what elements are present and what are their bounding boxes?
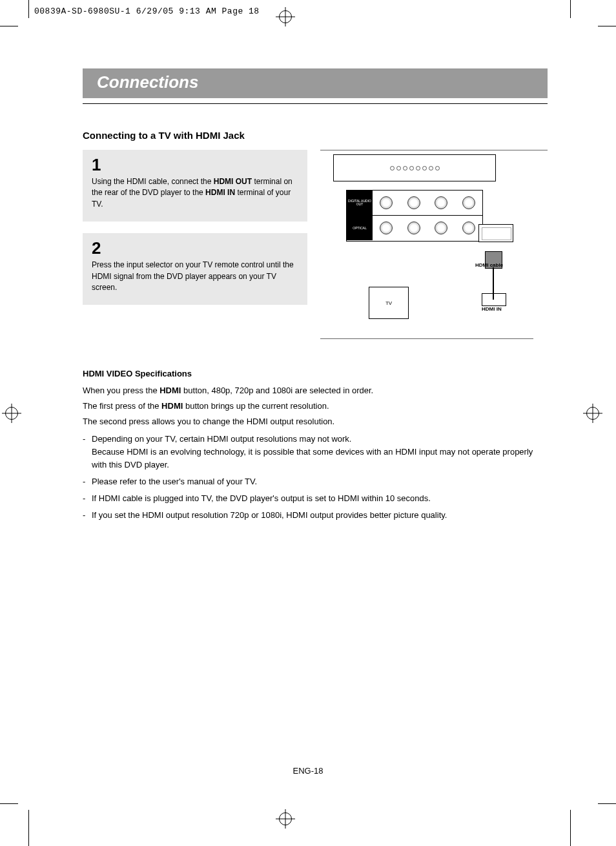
bold-text: HDMI OUT bbox=[214, 177, 252, 186]
spec-line: The second press allows you to change th… bbox=[83, 415, 548, 428]
bullet-text: Please refer to the user's manual of you… bbox=[92, 475, 548, 488]
page-number: ENG-18 bbox=[0, 766, 616, 776]
content-area: Connections Connecting to a TV with HDMI… bbox=[83, 68, 548, 522]
section-banner-wrap: Connections bbox=[83, 68, 548, 104]
crop-mark bbox=[598, 26, 616, 26]
panel-label: DIGITAL AUDIO OUT bbox=[347, 191, 373, 215]
panel-row-top: DIGITAL AUDIO OUT bbox=[347, 191, 482, 216]
step-number: 2 bbox=[92, 238, 298, 258]
connection-diagram: DIGITAL AUDIO OUT OPTICAL bbox=[320, 154, 533, 322]
rear-panel: DIGITAL AUDIO OUT OPTICAL bbox=[346, 190, 483, 242]
dot-icon bbox=[403, 166, 407, 170]
dot-icon bbox=[422, 166, 427, 170]
bullet-text: If you set the HDMI output resolution 72… bbox=[92, 509, 548, 522]
panel-ports bbox=[373, 191, 482, 215]
text: button, 480p, 720p and 1080i are selecte… bbox=[181, 386, 373, 395]
step-number: 1 bbox=[92, 155, 298, 175]
jack-icon bbox=[462, 196, 475, 209]
jack-icon bbox=[380, 222, 393, 234]
bold-text: HDMI bbox=[159, 386, 181, 395]
text: button brings up the current resolution. bbox=[183, 401, 329, 411]
spec-bullet: -If HDMI cable is plugged into TV, the D… bbox=[83, 492, 548, 505]
registration-mark-icon bbox=[279, 10, 292, 23]
tv-box: TV bbox=[369, 287, 409, 319]
dash-icon: - bbox=[83, 509, 92, 522]
spec-line: When you press the HDMI button, 480p, 72… bbox=[83, 384, 548, 397]
crop-mark bbox=[28, 810, 29, 846]
bullet-text: If HDMI cable is plugged into TV, the DV… bbox=[92, 492, 548, 505]
dot-icon bbox=[390, 166, 395, 170]
crop-mark bbox=[28, 0, 29, 18]
port-dots bbox=[390, 166, 440, 170]
steps-column: 1 Using the HDMI cable, connect the HDMI… bbox=[83, 150, 307, 348]
jack-icon bbox=[380, 196, 393, 209]
step-text: Press the input selector on your TV remo… bbox=[92, 260, 298, 293]
two-column-layout: 1 Using the HDMI cable, connect the HDMI… bbox=[83, 150, 548, 348]
bullet-text: Depending on your TV, certain HDMI outpu… bbox=[92, 433, 548, 471]
dash-icon: - bbox=[83, 492, 92, 505]
spec-line: The first press of the HDMI button bring… bbox=[83, 400, 548, 413]
spec-bullet: -Please refer to the user's manual of yo… bbox=[83, 475, 548, 488]
step-1: 1 Using the HDMI cable, connect the HDMI… bbox=[83, 150, 307, 222]
spec-section: HDMI VIDEO Specifications When you press… bbox=[83, 367, 548, 522]
jack-icon bbox=[407, 196, 420, 209]
spec-title: HDMI VIDEO Specifications bbox=[83, 367, 548, 380]
panel-row-bottom: OPTICAL bbox=[347, 216, 482, 240]
print-slug: 00839A-SD-6980SU-1 6/29/05 9:13 AM Page … bbox=[34, 6, 260, 16]
text: Using the HDMI cable, connect the bbox=[92, 177, 214, 186]
page: 00839A-SD-6980SU-1 6/29/05 9:13 AM Page … bbox=[0, 0, 616, 846]
crop-mark bbox=[0, 26, 18, 26]
crop-mark bbox=[598, 803, 616, 804]
dot-icon bbox=[409, 166, 414, 170]
step-text: Using the HDMI cable, connect the HDMI O… bbox=[92, 176, 298, 210]
hdmi-in-port bbox=[482, 293, 506, 306]
jack-icon bbox=[435, 222, 447, 234]
subheading: Connecting to a TV with HDMI Jack bbox=[83, 130, 548, 141]
text: When you press the bbox=[83, 386, 159, 395]
device-top-outline bbox=[333, 154, 496, 181]
diagram-rule bbox=[320, 338, 533, 339]
crop-mark bbox=[570, 810, 571, 846]
spec-bullet: -Depending on your TV, certain HDMI outp… bbox=[83, 433, 548, 471]
panel-label: OPTICAL bbox=[347, 216, 373, 240]
dash-icon: - bbox=[83, 475, 92, 488]
bold-text: HDMI bbox=[161, 401, 183, 411]
jack-icon bbox=[407, 222, 420, 234]
registration-mark-icon bbox=[5, 407, 18, 420]
dot-icon bbox=[435, 166, 440, 170]
bold-text: HDMI IN bbox=[205, 188, 235, 197]
diagram-column: DIGITAL AUDIO OUT OPTICAL bbox=[320, 150, 548, 348]
cable-label: HDMI cable bbox=[475, 262, 503, 268]
jack-icon bbox=[435, 196, 447, 209]
registration-mark-icon bbox=[586, 407, 599, 420]
text: The first press of the bbox=[83, 401, 161, 411]
registration-mark-icon bbox=[279, 812, 292, 825]
spec-bullet: -If you set the HDMI output resolution 7… bbox=[83, 509, 548, 522]
dot-icon bbox=[416, 166, 420, 170]
step-2: 2 Press the input selector on your TV re… bbox=[83, 233, 307, 305]
dot-icon bbox=[429, 166, 433, 170]
crop-mark bbox=[570, 0, 571, 18]
dash-icon: - bbox=[83, 433, 92, 471]
dot-icon bbox=[396, 166, 401, 170]
section-banner: Connections bbox=[83, 68, 548, 98]
crop-mark bbox=[0, 803, 18, 804]
panel-ports bbox=[373, 216, 482, 240]
jack-icon bbox=[462, 222, 475, 234]
hdmi-out-port bbox=[478, 224, 513, 242]
hdmi-in-label: HDMI IN bbox=[482, 306, 502, 312]
